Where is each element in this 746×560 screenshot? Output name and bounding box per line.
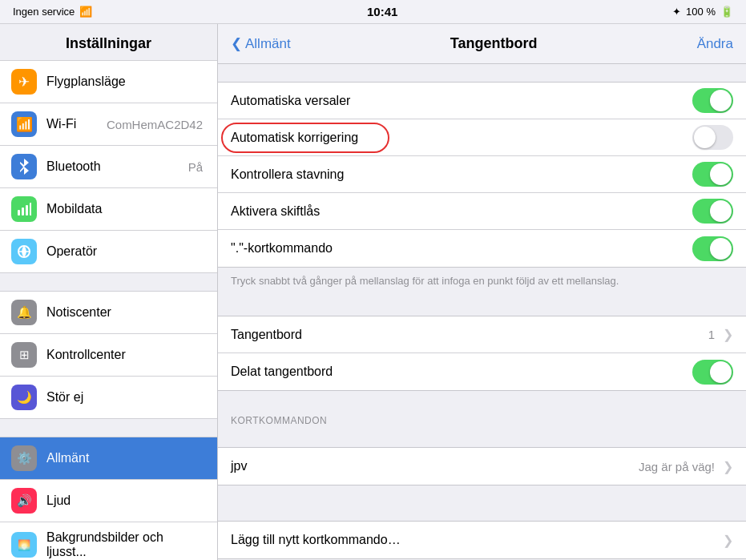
row-value: 1 [708, 328, 715, 341]
toggle-knob [710, 90, 732, 111]
auto-caps-toggle[interactable] [692, 88, 733, 113]
content-header: ❮ Allmänt Tangentbord Ändra [218, 24, 746, 64]
back-button[interactable]: ❮ Allmänt [231, 35, 291, 52]
caps-lock-toggle[interactable] [692, 199, 733, 224]
sidebar-item-label: Wi-Fi [46, 117, 107, 131]
check-spelling-toggle[interactable] [692, 162, 733, 187]
settings-note: Tryck snabbt två gånger på mellanslag fö… [218, 268, 746, 298]
settings-group-shortcuts: jpv Jag är på väg! ❯ [218, 447, 746, 485]
period-shortcut-toggle[interactable] [692, 236, 733, 261]
bluetooth-icon [11, 154, 37, 179]
battery-icon: 🔋 [720, 6, 733, 18]
row-value: Jag är på väg! [639, 460, 715, 473]
sidebar-item-notifications[interactable]: 🔔 Notiscenter [0, 291, 217, 334]
settings-row-period-shortcut[interactable]: "."-kortkommando [218, 230, 746, 267]
sidebar-item-carrier[interactable]: Operatör [0, 231, 217, 273]
settings-row-auto-caps[interactable]: Automatiska versaler [218, 83, 746, 119]
content-title: Tangentbord [450, 35, 538, 52]
notifications-icon: 🔔 [11, 300, 37, 325]
sidebar-gap-1 [0, 273, 217, 291]
sidebar-item-label: Allmänt [46, 451, 206, 465]
toggle-knob [710, 200, 732, 222]
sidebar: Inställningar ✈ Flygplansläge 📶 Wi-Fi Co… [0, 24, 218, 560]
sidebar-item-label: Stör ej [46, 390, 206, 405]
edit-button[interactable]: Ändra [697, 36, 733, 52]
sidebar-section-system: 🔔 Notiscenter ⊞ Kontrollcenter 🌙 Stör ej [0, 291, 217, 419]
airplane-icon: ✈ [11, 69, 37, 95]
sidebar-item-cellular[interactable]: Mobildata [0, 188, 217, 231]
row-label: Aktivera skiftlås [231, 204, 692, 219]
toggle-knob [710, 238, 732, 260]
chevron-right-icon: ❯ [723, 459, 733, 474]
settings-row-check-spelling[interactable]: Kontrollera stavning [218, 156, 746, 193]
main-layout: Inställningar ✈ Flygplansläge 📶 Wi-Fi Co… [0, 24, 746, 560]
sidebar-item-label: Operatör [46, 244, 206, 259]
sidebar-item-label: Bluetooth [46, 159, 188, 174]
row-label: Automatiska versaler [231, 94, 692, 108]
sidebar-item-airplane[interactable]: ✈ Flygplansläge [0, 60, 217, 103]
settings-group-keyboards: Tangentbord 1 ❯ Delat tangentbord [218, 316, 746, 391]
sidebar-item-wifi[interactable]: 📶 Wi-Fi ComHemAC2D42 [0, 103, 217, 146]
sounds-icon: 🔊 [11, 488, 37, 514]
wifi-icon: 📶 [79, 6, 92, 18]
status-bar: Ingen service 📶 10:41 ✦ 100 % 🔋 [0, 0, 746, 24]
row-label: jpv [231, 459, 639, 473]
sidebar-item-label: Notiscenter [46, 305, 206, 320]
sidebar-item-general[interactable]: ⚙️ Allmänt [0, 437, 217, 480]
auto-correct-toggle[interactable] [692, 125, 733, 150]
toggle-knob [710, 361, 732, 383]
split-keyboard-toggle[interactable] [692, 360, 733, 385]
content-panel: ❮ Allmänt Tangentbord Ändra Automatiska … [218, 24, 746, 560]
chevron-right-icon: ❯ [723, 533, 733, 548]
cellular-icon [11, 196, 37, 222]
carrier-icon [11, 239, 37, 264]
row-label: Delat tangentbord [231, 365, 692, 379]
sidebar-item-label: Bakgrundsbilder och ljusst... [46, 530, 206, 559]
row-label: Automatisk korrigering [231, 131, 692, 145]
sidebar-section-preferences: ⚙️ Allmänt 🔊 Ljud 🌅 Bakgrundsbilder och … [0, 437, 217, 560]
shortcuts-section-header: KORTKOMMANDON [218, 409, 746, 429]
general-icon: ⚙️ [11, 445, 37, 471]
battery-label: 100 % [686, 6, 716, 18]
sidebar-item-label: Ljud [46, 494, 206, 508]
time-label: 10:41 [367, 5, 397, 18]
sidebar-item-value: På [188, 160, 203, 174]
sidebar-title: Inställningar [0, 24, 217, 60]
row-label: Tangentbord [231, 328, 708, 342]
sidebar-gap-2 [0, 419, 217, 437]
settings-group-toggles: Automatiska versaler Automatisk korriger… [218, 82, 746, 268]
settings-row-caps-lock[interactable]: Aktivera skiftlås [218, 193, 746, 230]
settings-row-keyboards[interactable]: Tangentbord 1 ❯ [218, 316, 746, 353]
settings-row-split-keyboard[interactable]: Delat tangentbord [218, 353, 746, 390]
svg-rect-2 [26, 205, 28, 216]
settings-row-auto-correct[interactable]: Automatisk korrigering [218, 119, 746, 156]
wallpaper-icon: 🌅 [11, 532, 37, 558]
sidebar-item-value: ComHemAC2D42 [107, 118, 203, 131]
sidebar-item-label: Mobildata [46, 202, 206, 216]
toggle-knob [694, 127, 716, 148]
bluetooth-icon: ✦ [672, 6, 681, 18]
sidebar-item-controlcenter[interactable]: ⊞ Kontrollcenter [0, 334, 217, 377]
sidebar-item-label: Kontrollcenter [46, 348, 206, 362]
group-gap-2 [218, 485, 746, 503]
settings-group-add-shortcut: Lägg till nytt kortkommando… ❯ [218, 521, 746, 559]
chevron-left-icon: ❮ [231, 35, 242, 52]
settings-row-jpv[interactable]: jpv Jag är på väg! ❯ [218, 448, 746, 485]
status-left: Ingen service 📶 [13, 6, 92, 18]
row-label: Lägg till nytt kortkommando… [231, 533, 720, 547]
svg-rect-1 [22, 207, 24, 216]
sidebar-item-dnd[interactable]: 🌙 Stör ej [0, 377, 217, 419]
sidebar-item-label: Flygplansläge [46, 75, 206, 89]
sidebar-section-connectivity: ✈ Flygplansläge 📶 Wi-Fi ComHemAC2D42 Blu… [0, 60, 217, 273]
dnd-icon: 🌙 [11, 385, 37, 410]
sidebar-item-sounds[interactable]: 🔊 Ljud [0, 480, 217, 522]
sidebar-item-bluetooth[interactable]: Bluetooth På [0, 146, 217, 188]
back-label: Allmänt [245, 36, 291, 52]
group-gap [218, 391, 746, 409]
svg-rect-0 [18, 210, 20, 216]
carrier-label: Ingen service [13, 6, 75, 18]
sidebar-item-wallpaper[interactable]: 🌅 Bakgrundsbilder och ljusst... [0, 522, 217, 560]
settings-row-add-shortcut[interactable]: Lägg till nytt kortkommando… ❯ [218, 522, 746, 558]
svg-rect-3 [30, 203, 31, 216]
controlcenter-icon: ⊞ [11, 342, 37, 368]
